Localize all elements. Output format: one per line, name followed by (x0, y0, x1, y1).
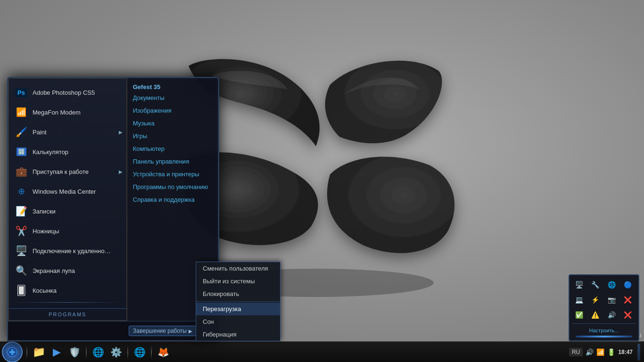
start-item-photoshop[interactable]: PsAdobe Photoshop CS5 (9, 82, 126, 102)
configure-label[interactable]: Настроить... (589, 328, 619, 333)
power-area: Завершение работы ▶ ⏻ (8, 321, 218, 340)
wmc-label: Windows Media Center (33, 188, 96, 195)
battery-icon: 🔋 (607, 348, 615, 356)
photoshop-icon: Ps (14, 85, 29, 100)
power-hibernate[interactable]: Гибернация (196, 328, 280, 341)
start-work-icon: 💼 (14, 164, 29, 179)
magnifier-label: Экранная лупа (33, 267, 75, 274)
start-item-rdp[interactable]: 🖥️Подключение к удаленному рабоче... (9, 241, 126, 261)
start-work-label: Приступая к работе (33, 168, 89, 175)
tray-icon-10[interactable]: 🔊 (605, 308, 618, 321)
start-item-megafon[interactable]: 📶MegaFon Modem (9, 102, 126, 122)
start-item-scissors[interactable]: ✂️Ножницы (9, 221, 126, 241)
start-item-wmc[interactable]: ⊕Windows Media Center (9, 181, 126, 201)
start-right-games[interactable]: Игры (127, 130, 218, 142)
start-right-user[interactable]: Gefest 35 (127, 82, 218, 91)
start-right-music[interactable]: Музыка (127, 117, 218, 130)
taskbar-lang[interactable]: RU (569, 348, 583, 356)
sys-tray-widget: 🖥️🔧🌐🔵💻⚡📷❌✅⚠️🔊❌ Настроить... (569, 274, 639, 341)
taskbar: 📁 ▶ 🛡️ 🌐 ⚙️ 🌐 🦊 RU 🔊 📶 🔋 18:47 (0, 341, 644, 362)
taskbar-icon-mediaplayer[interactable]: ▶ (48, 344, 65, 361)
tray-icon-6[interactable]: 📷 (605, 293, 618, 306)
taskbar-icon-security[interactable]: 🛡️ (66, 344, 83, 361)
power-logout[interactable]: Выйти из системы (196, 275, 280, 288)
taskbar-sep-1 (26, 345, 27, 359)
start-item-magnifier[interactable]: 🔍Экранная лупа (9, 261, 126, 280)
tray-icon-11[interactable]: ❌ (621, 308, 635, 321)
tray-icon-2[interactable]: 🌐 (605, 278, 618, 291)
megafon-label: MegaFon Modem (33, 109, 81, 116)
programs-label: PROGRAMS (9, 308, 126, 320)
start-item-calculator[interactable]: 🔢Калькулятор (9, 142, 126, 162)
calculator-label: Калькулятор (33, 148, 68, 156)
tray-icon-9[interactable]: ⚠️ (589, 308, 602, 321)
start-item-notes[interactable]: 📝Записки (9, 201, 126, 221)
power-button[interactable]: Завершение работы ▶ (129, 326, 197, 336)
network-icon: 📶 (596, 348, 604, 356)
taskbar-icon-settings[interactable]: ⚙️ (107, 344, 124, 361)
taskbar-icon-chrome[interactable]: 🌐 (131, 344, 148, 361)
tray-icon-3[interactable]: 🔵 (621, 278, 635, 291)
power-label: Завершение работы (133, 328, 187, 334)
scissors-label: Ножницы (33, 228, 59, 235)
tray-icon-0[interactable]: 🖥️ (572, 278, 586, 291)
tray-icons-grid: 🖥️🔧🌐🔵💻⚡📷❌✅⚠️🔊❌ (572, 278, 636, 321)
paint-icon: 🖌️ (14, 124, 29, 140)
start-divider (14, 302, 122, 303)
calculator-icon: 🔢 (14, 144, 29, 159)
notes-label: Записки (33, 208, 56, 215)
taskbar-right: RU 🔊 📶 🔋 18:47 (565, 344, 644, 361)
scissors-icon: ✂️ (14, 223, 29, 239)
tray-icon-5[interactable]: ⚡ (589, 293, 602, 306)
taskbar-sep-4 (151, 345, 152, 359)
start-right-computer[interactable]: Компьютер (127, 142, 218, 155)
start-item-start-work[interactable]: 💼Приступая к работе▶ (9, 162, 126, 181)
start-right-images[interactable]: Изображения (127, 104, 218, 117)
photoshop-label: Adobe Photoshop CS5 (33, 89, 95, 96)
notes-icon: 📝 (14, 204, 29, 219)
taskbar-sep-3 (127, 345, 128, 359)
paint-arrow: ▶ (119, 130, 123, 135)
start-right-docs[interactable]: Документы (127, 91, 218, 104)
taskbar-time: 18:47 (618, 349, 633, 355)
power-sleep[interactable]: Сон (196, 315, 280, 328)
taskbar-icon-ie[interactable]: 🌐 (90, 344, 107, 361)
magnifier-icon: 🔍 (14, 263, 29, 278)
power-switch-user[interactable]: Сменить пользователя (196, 262, 280, 275)
wmc-icon: ⊕ (14, 184, 29, 199)
start-right-default-progs[interactable]: Программы по умолчанию (127, 181, 218, 193)
rdp-label: Подключение к удаленному рабоче... (33, 247, 113, 255)
taskbar-icons: 📁 ▶ 🛡️ 🌐 ⚙️ 🌐 🦊 (25, 344, 565, 361)
power-restart[interactable]: Перезагрузка (196, 303, 280, 315)
start-right-devices[interactable]: Устройства и принтеры (127, 168, 218, 181)
power-arrow: ▶ (189, 329, 192, 334)
start-work-arrow: ▶ (119, 169, 123, 174)
power-lock[interactable]: Блокировать (196, 288, 280, 300)
taskbar-sep-2 (86, 345, 87, 359)
tray-icon-8[interactable]: ✅ (572, 308, 586, 321)
solitaire-icon: 🂠 (14, 283, 29, 298)
volume-icon[interactable]: 🔊 (586, 348, 594, 356)
start-button[interactable] (2, 342, 23, 362)
solitaire-label: Косынка (33, 287, 57, 294)
paint-label: Paint (33, 129, 47, 136)
taskbar-clock: 18:47 (618, 349, 633, 355)
megafon-icon: 📶 (14, 105, 29, 120)
start-item-solitaire[interactable]: 🂠Косынка (9, 280, 126, 300)
tray-icon-1[interactable]: 🔧 (589, 278, 602, 291)
power-submenu: Сменить пользователяВыйти из системыБлок… (196, 262, 281, 341)
tray-icon-4[interactable]: 💻 (572, 293, 586, 306)
taskbar-icon-firefox[interactable]: 🦊 (155, 344, 172, 361)
rdp-icon: 🖥️ (14, 243, 29, 258)
start-item-paint[interactable]: 🖌️Paint▶ (9, 122, 126, 142)
start-right-control[interactable]: Панель управления (127, 155, 218, 168)
tray-icon-7[interactable]: ❌ (621, 293, 635, 306)
start-menu: PsAdobe Photoshop CS5📶MegaFon Modem🖌️Pai… (7, 77, 219, 341)
taskbar-icon-explorer[interactable]: 📁 (30, 344, 47, 361)
start-right-help[interactable]: Справка и поддержка (127, 193, 218, 206)
start-menu-left: PsAdobe Photoshop CS5📶MegaFon Modem🖌️Pai… (8, 78, 127, 321)
show-desktop-button[interactable] (637, 344, 640, 361)
